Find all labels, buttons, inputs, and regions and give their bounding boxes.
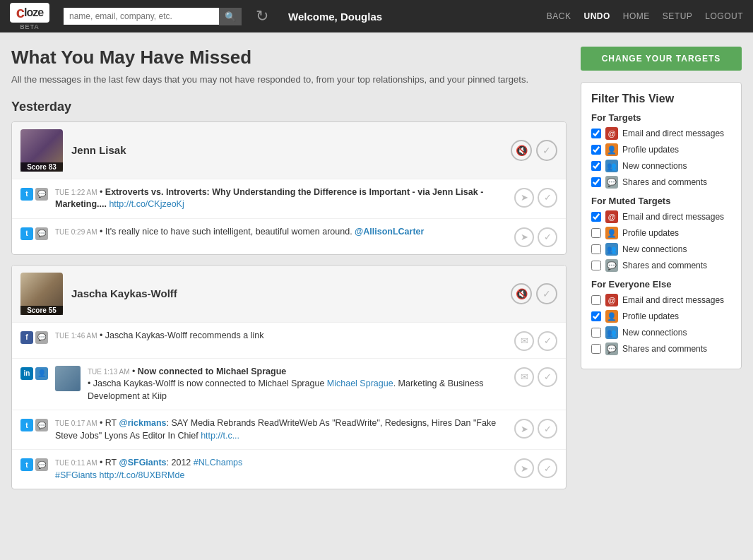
search-input[interactable] <box>64 8 219 25</box>
email-button[interactable]: ✉ <box>514 331 534 351</box>
hashtag-sfgiants: #SFGiants <box>55 470 97 480</box>
nav-logout[interactable]: LOGOUT <box>705 11 743 21</box>
source-icons: in 👤 <box>20 367 48 380</box>
nav-setup[interactable]: SETUP <box>663 11 693 21</box>
filter-row: 👤 Profile updates <box>591 310 731 323</box>
mute-button-jenn[interactable]: 🔇 <box>511 140 532 161</box>
mute-button-jascha[interactable]: 🔇 <box>511 283 532 304</box>
twitter-icon: t <box>20 188 33 201</box>
contact-actions-jascha: 🔇 ✓ <box>511 283 557 304</box>
filter-row: 💬 Shares and comments <box>591 342 731 355</box>
filter-section-muted: For Muted Targets <box>591 196 731 206</box>
email-button[interactable]: ✉ <box>514 367 534 387</box>
filter-checkbox-targets-profile[interactable] <box>591 145 601 155</box>
change-targets-button[interactable]: CHANGE YOUR TARGETS <box>581 47 742 71</box>
twitter-icon: t <box>20 227 33 240</box>
filter-row: @ Email and direct messages <box>591 210 731 223</box>
search-bar: 🔍 <box>64 8 242 25</box>
message-row: t 💬 TUE 0:29 AM • It's really nice to ha… <box>12 219 566 254</box>
send-button[interactable]: ➤ <box>514 419 534 439</box>
filter-row: @ Email and direct messages <box>591 127 731 140</box>
filter-checkbox-muted-shares[interactable] <box>591 261 601 270</box>
message-time: TUE 0:11 AM <box>55 459 97 467</box>
filter-label: Profile updates <box>622 311 679 321</box>
filter-checkbox-everyone-shares[interactable] <box>591 344 601 354</box>
nav-back[interactable]: BACK <box>547 11 571 21</box>
check-button[interactable]: ✓ <box>538 331 557 351</box>
filter-checkbox-muted-email[interactable] <box>591 212 601 222</box>
contact-card-jascha: Score 55 Jascha Kaykas-Wolff 🔇 ✓ f 💬 TUE… <box>11 265 567 490</box>
section-yesterday: Yesterday <box>11 100 567 114</box>
score-badge-jascha: Score 55 <box>20 306 63 315</box>
check-button[interactable]: ✓ <box>538 419 557 439</box>
chat-icon: 💬 <box>35 331 48 344</box>
left-column: What You May Have Missed All the message… <box>11 47 567 499</box>
check-button[interactable]: ✓ <box>538 188 557 208</box>
check-button[interactable]: ✓ <box>538 367 557 387</box>
nav-home[interactable]: HOME <box>623 11 650 21</box>
michael-link[interactable]: Michael Sprague <box>327 379 393 388</box>
filter-row: 👥 New connections <box>591 160 731 172</box>
message-link[interactable]: http://t.co/8UXBRMde <box>100 470 185 480</box>
message-row: t 💬 TUE 0:11 AM • RT @SFGiants: 2012 #NL… <box>12 450 566 489</box>
filter-label: New connections <box>622 161 687 171</box>
refresh-icon[interactable]: ↻ <box>256 7 268 25</box>
right-column: CHANGE YOUR TARGETS Filter This View For… <box>581 47 742 499</box>
logo-c-letter: c <box>16 4 24 22</box>
message-content: TUE 0:11 AM • RT @SFGiants: 2012 #NLCham… <box>55 457 507 482</box>
contact-card-jenn: Score 83 Jenn Lisak 🔇 ✓ t 💬 TUE 1:22 AM … <box>11 121 567 255</box>
filter-label: Profile updates <box>622 228 679 238</box>
contact-name-jenn: Jenn Lisak <box>71 144 502 156</box>
done-button-jenn[interactable]: ✓ <box>536 140 557 161</box>
contact-header-jascha: Score 55 Jascha Kaykas-Wolff 🔇 ✓ <box>12 266 566 323</box>
comment-filter-icon: 💬 <box>605 176 618 189</box>
mini-avatar-michael <box>55 366 81 391</box>
filter-checkbox-everyone-email[interactable] <box>591 295 601 305</box>
message-time: TUE 1:13 AM <box>88 368 129 376</box>
filter-checkbox-targets-shares[interactable] <box>591 177 601 187</box>
avatar-wrap-jenn: Score 83 <box>20 129 63 172</box>
filter-title: Filter This View <box>591 93 731 105</box>
nav-undo[interactable]: UNDO <box>583 11 610 21</box>
email-filter-icon: @ <box>605 294 618 306</box>
comment-filter-icon: 💬 <box>605 259 618 272</box>
welcome-message: Welcome, Douglas <box>288 11 538 23</box>
send-button[interactable]: ➤ <box>514 188 534 208</box>
filter-row: 👤 Profile updates <box>591 227 731 239</box>
filter-row: @ Email and direct messages <box>591 294 731 306</box>
send-button[interactable]: ➤ <box>514 227 534 247</box>
mention: @SFGiants <box>119 458 166 467</box>
message-link[interactable]: http://t.c... <box>201 431 239 441</box>
logo[interactable]: cloze <box>10 3 49 23</box>
source-icons: t 💬 <box>20 227 48 240</box>
comment-filter-icon: 💬 <box>605 342 618 355</box>
person-filter-icon: 👤 <box>605 227 618 239</box>
score-badge-jenn: Score 83 <box>20 162 63 172</box>
top-navigation: cloze BETA 🔍 ↻ Welcome, Douglas BACK UND… <box>0 0 753 32</box>
search-button[interactable]: 🔍 <box>219 8 242 25</box>
message-link[interactable]: http://t.co/CKjzeoKj <box>109 199 184 209</box>
check-button[interactable]: ✓ <box>538 227 557 247</box>
filter-label: New connections <box>622 244 687 254</box>
mention: @rickmans <box>119 418 166 428</box>
filter-checkbox-everyone-profile[interactable] <box>591 311 601 321</box>
done-button-jascha[interactable]: ✓ <box>536 283 557 304</box>
person-filter-icon: 👤 <box>605 143 618 156</box>
message-actions: ✉ ✓ <box>514 367 557 387</box>
filter-checkbox-everyone-connect[interactable] <box>591 328 601 338</box>
message-row: t 💬 TUE 0:17 AM • RT @rickmans: SAY Medi… <box>12 410 566 450</box>
filter-checkbox-targets-email[interactable] <box>591 129 601 138</box>
twitter-icon: t <box>20 458 33 471</box>
source-icons: t 💬 <box>20 188 48 201</box>
connect-filter-icon: 👥 <box>605 243 618 256</box>
filter-row: 💬 Shares and comments <box>591 259 731 272</box>
filter-checkbox-muted-connect[interactable] <box>591 244 601 254</box>
check-button[interactable]: ✓ <box>538 458 557 478</box>
send-button[interactable]: ➤ <box>514 458 534 478</box>
filter-checkbox-targets-connect[interactable] <box>591 161 601 171</box>
source-icons: f 💬 <box>20 331 48 344</box>
contact-actions-jenn: 🔇 ✓ <box>511 140 557 161</box>
message-actions: ➤ ✓ <box>514 419 557 439</box>
email-filter-icon: @ <box>605 127 618 140</box>
filter-checkbox-muted-profile[interactable] <box>591 228 601 238</box>
